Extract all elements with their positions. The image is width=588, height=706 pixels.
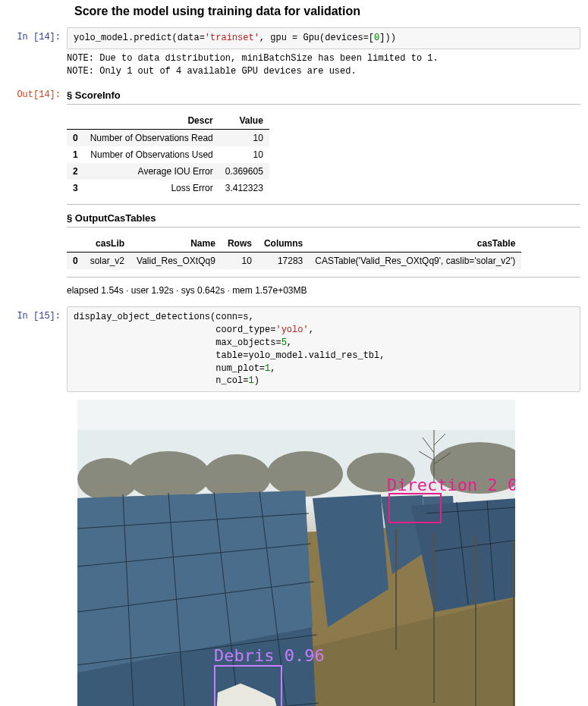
scoreinfo-col-value: Value	[219, 112, 269, 130]
table-row: 0 solar_v2 Valid_Res_OXtQq9 10 17283 CAS…	[67, 253, 521, 270]
in-prompt-15: In [15]:	[8, 306, 67, 392]
table-row: 0 Number of Observations Read 10	[67, 130, 269, 147]
scoreinfo-col-descr: Descr	[84, 112, 219, 130]
table-row: 3 Loss Error 3.412323	[67, 180, 269, 196]
detection-box-direction	[388, 493, 442, 523]
cell-in-14: In [14]: yolo_model.predict(data='trains…	[8, 27, 580, 82]
cell-in-15: In [15]: display_object_detections(conn=…	[8, 306, 580, 392]
detection-label-direction: Direction 2 0.5	[387, 475, 518, 494]
detection-label-debris: Debris 0.96	[214, 646, 325, 665]
outputcastables-table: casLib Name Rows Columns casTable 0 sola…	[67, 235, 521, 269]
scoreinfo-table: Descr Value 0 Number of Observations Rea…	[67, 112, 269, 196]
table-row: 2 Average IOU Error 0.369605	[67, 163, 269, 180]
outputcastables-title: § OutputCasTables	[67, 212, 580, 224]
detection-box-debris	[214, 665, 282, 706]
table-row: 1 Number of Observations Used 10	[67, 146, 269, 163]
in-prompt-14: In [14]:	[8, 27, 67, 82]
stream-output-14: NOTE: Due to data distribution, miniBatc…	[67, 49, 580, 83]
scoreinfo-title: § ScoreInfo	[67, 89, 580, 101]
scoreinfo-col-idx	[67, 112, 84, 130]
timing-info: elapsed 1.54s · user 1.92s · sys 0.642s …	[67, 285, 580, 296]
section-heading: Score the model using training data for …	[74, 5, 580, 18]
code-input-15[interactable]: display_object_detections(conn=s, coord_…	[67, 306, 580, 392]
code-input-14[interactable]: yolo_model.predict(data='trainset', gpu …	[67, 27, 580, 49]
detection-output-image: Direction 2 0.5 Debris 0.96	[74, 397, 518, 706]
cell-out-14: Out[14]: § ScoreInfo Descr Value 0 Numbe…	[8, 85, 580, 296]
out-prompt-14: Out[14]:	[8, 85, 67, 296]
